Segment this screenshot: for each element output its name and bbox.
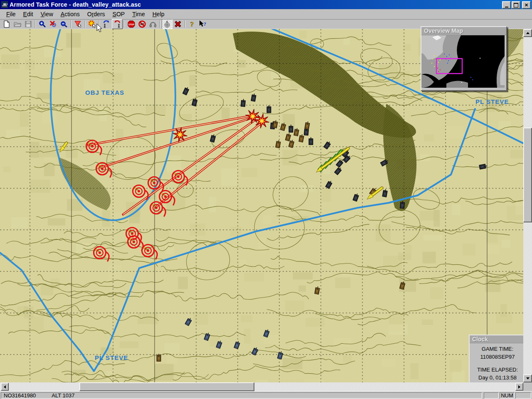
- cancel-order-icon: [138, 20, 146, 28]
- menu-edit[interactable]: Edit: [20, 10, 37, 18]
- move-order-red-icon: [113, 20, 121, 28]
- stop-order-icon: STOP: [127, 20, 135, 28]
- filter-units-button[interactable]: [73, 19, 84, 29]
- menu-help[interactable]: Help: [149, 10, 168, 18]
- help-icon: ?: [188, 20, 196, 28]
- status-scrl-indicator: [515, 392, 531, 399]
- menu-time[interactable]: Time: [128, 10, 149, 18]
- menu-sop[interactable]: SOP: [109, 10, 129, 18]
- overview-map-panel[interactable]: Overview Map: [421, 26, 507, 91]
- menu-orders[interactable]: Orders: [84, 10, 109, 18]
- h-scrollbar[interactable]: [0, 382, 523, 391]
- arrow-right-icon: [518, 385, 522, 389]
- context-help-icon: ?: [199, 20, 207, 28]
- save-file-button[interactable]: [23, 19, 34, 29]
- new-file-button[interactable]: [1, 19, 12, 29]
- maximize-button[interactable]: [512, 1, 520, 9]
- game-time-label: GAME TIME:: [470, 345, 525, 353]
- filter-units-icon: [74, 20, 82, 28]
- status-num-indicator: NUM: [500, 392, 515, 399]
- zoom-cancel-icon: [49, 20, 57, 28]
- arrow-up-icon: [526, 30, 530, 34]
- map-label: OBJ TEXAS: [85, 89, 124, 96]
- arrow-left-icon: [2, 385, 6, 389]
- svg-text:?: ?: [190, 20, 194, 28]
- game-time-value: 110808SEP97: [470, 353, 525, 361]
- close-icon: ✕: [525, 2, 528, 8]
- status-bar: NO31641980 ALT 1037 NUM: [0, 391, 532, 399]
- open-file-icon: [13, 20, 22, 28]
- open-file-button[interactable]: [12, 19, 23, 29]
- app-window: OBJ TEXASPL STEVEPL STEVE Armored Task F…: [0, 0, 532, 399]
- status-left-pane: NO31641980 ALT 1037: [1, 392, 482, 399]
- cancel-order-button[interactable]: [137, 19, 148, 29]
- menu-view[interactable]: View: [37, 10, 57, 18]
- save-file-icon: [24, 20, 32, 28]
- h-scroll-left-button[interactable]: [1, 383, 9, 391]
- h-scroll-thumb[interactable]: [79, 382, 254, 391]
- map-label: PL STEVE: [95, 354, 128, 361]
- map-label: PL STEVE: [475, 98, 509, 105]
- v-scroll-down-button[interactable]: [523, 374, 532, 382]
- toolbar-separator: [69, 20, 73, 29]
- zoom-cancel-button[interactable]: [48, 19, 59, 29]
- zoom-out-icon: [60, 20, 68, 28]
- minimize-button[interactable]: [502, 1, 511, 9]
- toolbar-separator: [34, 20, 37, 29]
- grid-coordinate-readout: NO31641980: [4, 392, 36, 399]
- delete-order-button[interactable]: [172, 19, 183, 29]
- stop-order-button[interactable]: STOP: [126, 19, 137, 29]
- radio-net-button[interactable]: [148, 19, 158, 29]
- delete-order-icon: [174, 20, 182, 28]
- toolbar-separator: [84, 20, 87, 29]
- minimize-icon: [505, 7, 508, 7]
- zoom-in-icon: [38, 20, 47, 28]
- window-title: Armored Task Force - death_valley_attack…: [10, 1, 141, 8]
- status-caps-indicator: [484, 392, 499, 399]
- scrollbar-corner: [523, 382, 532, 391]
- svg-text:?: ?: [204, 21, 207, 27]
- arrow-down-icon: [526, 377, 530, 381]
- clock-panel[interactable]: Clock GAME TIME: 110808SEP97 TIME ELAPSE…: [469, 335, 526, 384]
- v-scroll-thumb[interactable]: [523, 128, 532, 222]
- titlebar[interactable]: Armored Task Force - death_valley_attack…: [0, 0, 532, 9]
- mouse-cursor: [96, 23, 103, 32]
- radio-net-icon: [149, 20, 157, 28]
- toolbar-separator: [123, 20, 126, 29]
- artillery-mission-icon: [163, 20, 171, 28]
- new-file-icon: [2, 20, 11, 28]
- svg-text:STOP: STOP: [128, 23, 135, 26]
- overview-map-canvas[interactable]: [421, 35, 505, 88]
- maximize-icon: [514, 3, 518, 7]
- menu-file[interactable]: File: [2, 10, 20, 18]
- zoom-out-button[interactable]: [59, 19, 69, 29]
- app-tank-icon: [1, 1, 8, 8]
- toolbar-separator: [183, 20, 187, 29]
- time-elapsed-label: TIME ELAPSED:: [470, 366, 525, 374]
- move-order-blue-icon: [102, 20, 111, 28]
- h-scroll-right-button[interactable]: [515, 383, 523, 391]
- menu-bar: FileEditViewActionsOrdersSOPTimeHelp: [0, 9, 532, 20]
- altitude-readout: ALT 1037: [52, 392, 74, 399]
- artillery-mission-button[interactable]: [162, 19, 172, 29]
- help-button[interactable]: ?: [187, 19, 197, 29]
- move-order-red-button[interactable]: [112, 19, 123, 29]
- clock-panel-title[interactable]: Clock: [470, 335, 525, 343]
- menu-actions[interactable]: Actions: [57, 10, 84, 18]
- v-scroll-up-button[interactable]: [523, 29, 532, 37]
- zoom-in-button[interactable]: [37, 19, 48, 29]
- time-elapsed-value: Day 0, 01:13:58: [470, 374, 525, 382]
- close-button[interactable]: ✕: [522, 1, 531, 9]
- add-marker-icon: [88, 20, 96, 28]
- context-help-button[interactable]: ?: [197, 19, 208, 29]
- toolbar-separator: [158, 20, 162, 29]
- overview-map-title[interactable]: Overview Map: [421, 27, 506, 35]
